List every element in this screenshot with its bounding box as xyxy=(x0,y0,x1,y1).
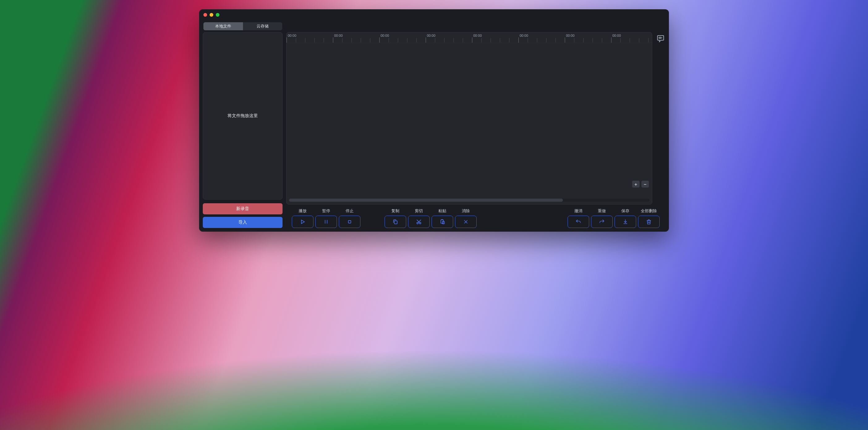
play-tool: 播放 xyxy=(292,208,313,228)
ruler-tick: 00:00 xyxy=(286,34,333,37)
dropzone-label: 将文件拖放这里 xyxy=(227,113,258,119)
delete-all-label: 全部删除 xyxy=(641,208,657,214)
cut-tool: 剪切 xyxy=(408,208,430,228)
stop-button[interactable] xyxy=(339,216,361,228)
new-recording-button[interactable]: 新录音 xyxy=(203,203,282,214)
undo-label: 撤消 xyxy=(574,208,582,214)
paste-tool: 粘贴 xyxy=(432,208,453,228)
main: 00:00 00:00 00:00 00:00 00:00 00:00 00:0… xyxy=(286,32,665,228)
svg-rect-1 xyxy=(395,221,397,224)
sidebar: 将文件拖放这里 新录音 导入 xyxy=(203,32,282,228)
play-button[interactable] xyxy=(292,216,313,228)
segmented-control: 本地文件 云存储 xyxy=(204,22,282,30)
titlebar xyxy=(199,9,669,21)
play-label: 播放 xyxy=(299,208,307,214)
svg-point-2 xyxy=(417,223,418,224)
close-window-button[interactable] xyxy=(204,13,207,17)
edit-group: 复制 剪切 粘贴 xyxy=(384,208,477,228)
zoom-out-button[interactable]: − xyxy=(642,181,649,188)
zoom-in-button[interactable]: + xyxy=(632,181,640,188)
pause-label: 暂停 xyxy=(322,208,330,214)
stop-label: 停止 xyxy=(346,208,353,214)
pause-button[interactable] xyxy=(315,216,337,228)
tab-local-files[interactable]: 本地文件 xyxy=(204,22,243,30)
redo-tool: 重做 xyxy=(591,208,613,228)
right-gutter xyxy=(656,32,665,204)
save-tool: 保存 xyxy=(615,208,636,228)
timeline-panel: 00:00 00:00 00:00 00:00 00:00 00:00 00:0… xyxy=(286,32,652,204)
paste-button[interactable] xyxy=(432,216,453,228)
stop-tool: 停止 xyxy=(339,208,361,228)
redo-label: 重做 xyxy=(598,208,606,214)
delete-all-tool: 全部删除 xyxy=(638,208,660,228)
toolbar: 播放 暂停 停止 xyxy=(286,208,665,228)
svg-point-3 xyxy=(420,223,421,224)
ruler-tick: 00:00 xyxy=(379,34,426,37)
ruler-tick: 00:00 xyxy=(472,34,518,37)
pause-tool: 暂停 xyxy=(315,208,337,228)
save-button[interactable] xyxy=(615,216,636,228)
copy-label: 复制 xyxy=(391,208,399,214)
ruler-tick: 00:00 xyxy=(333,34,379,37)
clear-tool: 消除 xyxy=(455,208,477,228)
timeline-ruler[interactable]: 00:00 00:00 00:00 00:00 00:00 00:00 00:0… xyxy=(286,32,652,43)
delete-all-button[interactable] xyxy=(638,216,660,228)
undo-button[interactable] xyxy=(567,216,589,228)
copy-tool: 复制 xyxy=(384,208,406,228)
cut-button[interactable] xyxy=(408,216,430,228)
redo-button[interactable] xyxy=(591,216,613,228)
file-dropzone[interactable]: 将文件拖放这里 xyxy=(203,32,282,200)
maximize-window-button[interactable] xyxy=(216,13,219,17)
svg-rect-0 xyxy=(348,221,351,223)
zoom-controls: + − xyxy=(632,181,649,188)
body: 将文件拖放这里 新录音 导入 00:00 00:00 00:00 00:00 0… xyxy=(199,32,669,232)
sidebar-actions: 新录音 导入 xyxy=(203,203,282,228)
voice-chat-icon[interactable] xyxy=(656,34,665,43)
ruler-tick: 00:00 xyxy=(426,34,472,37)
waveform-area[interactable]: + − xyxy=(286,43,652,197)
ruler-tick: 00:00 xyxy=(518,34,565,37)
horizontal-scrollbar[interactable] xyxy=(289,199,649,202)
window-controls xyxy=(204,13,219,17)
ruler-tick: 00:00 xyxy=(565,34,611,37)
tab-cloud-storage[interactable]: 云存储 xyxy=(243,22,282,30)
undo-tool: 撤消 xyxy=(567,208,589,228)
source-tabs: 本地文件 云存储 xyxy=(199,21,669,32)
editor-row: 00:00 00:00 00:00 00:00 00:00 00:00 00:0… xyxy=(286,32,665,204)
history-group: 撤消 重做 保存 xyxy=(567,208,660,228)
copy-button[interactable] xyxy=(384,216,406,228)
scrollbar-thumb[interactable] xyxy=(289,199,563,202)
app-window: 本地文件 云存储 将文件拖放这里 新录音 导入 00:00 00:00 00:0… xyxy=(199,9,669,232)
playback-group: 播放 暂停 停止 xyxy=(292,208,361,228)
minimize-window-button[interactable] xyxy=(210,13,213,17)
import-button[interactable]: 导入 xyxy=(203,217,282,228)
ruler-tick: 00:00 xyxy=(611,34,652,37)
paste-label: 粘贴 xyxy=(438,208,446,214)
clear-label: 消除 xyxy=(462,208,470,214)
clear-button[interactable] xyxy=(455,216,477,228)
save-label: 保存 xyxy=(621,208,629,214)
cut-label: 剪切 xyxy=(415,208,423,214)
